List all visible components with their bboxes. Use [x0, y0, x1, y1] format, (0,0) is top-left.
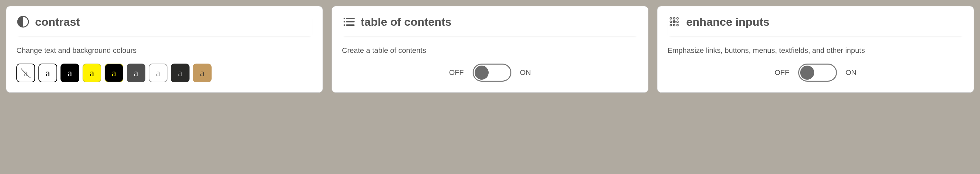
contrast-swatch-white-grey[interactable]: a — [149, 64, 167, 82]
contrast-swatches: aaaaaaaaa — [16, 64, 312, 82]
contrast-swatch-black-white[interactable]: a — [60, 64, 79, 82]
enhance-toggle-off-label: OFF — [775, 68, 789, 77]
svg-point-10 — [670, 21, 672, 23]
enhance-header: enhance inputs — [668, 15, 964, 36]
enhance-card: enhance inputs Emphasize links, buttons,… — [657, 6, 974, 93]
toc-toggle-off-label: OFF — [449, 68, 464, 77]
contrast-header: contrast — [16, 15, 312, 36]
contrast-swatch-tan-black[interactable]: a — [193, 64, 212, 82]
enhance-toggle-row: OFF ON — [668, 64, 964, 81]
contrast-swatch-dark-grey[interactable]: a — [171, 64, 189, 82]
contrast-swatch-none[interactable]: a — [16, 64, 35, 82]
svg-point-14 — [673, 24, 675, 26]
svg-point-15 — [677, 24, 679, 26]
contrast-swatch-grey-white[interactable]: a — [127, 64, 145, 82]
svg-point-8 — [673, 18, 675, 19]
contrast-swatch-black-yellow[interactable]: a — [105, 64, 123, 82]
svg-point-11 — [673, 21, 676, 24]
svg-point-13 — [670, 24, 672, 26]
contrast-swatch-yellow-black[interactable]: a — [83, 64, 101, 82]
dots-icon — [668, 15, 681, 29]
contrast-card: contrast Change text and background colo… — [6, 6, 323, 93]
svg-point-1 — [344, 18, 345, 19]
contrast-swatch-white-black[interactable]: a — [38, 64, 57, 82]
toc-card: table of contents Create a table of cont… — [332, 6, 648, 93]
svg-point-3 — [344, 24, 345, 26]
enhance-toggle-on-label: ON — [846, 68, 857, 77]
enhance-description: Emphasize links, buttons, menus, textfie… — [668, 46, 964, 56]
svg-point-12 — [677, 21, 679, 23]
enhance-toggle-knob — [800, 65, 814, 80]
list-icon — [342, 15, 355, 29]
contrast-description: Change text and background colours — [16, 46, 312, 56]
contrast-title: contrast — [35, 15, 80, 29]
svg-point-2 — [344, 21, 345, 22]
svg-point-7 — [670, 18, 672, 19]
contrast-icon — [16, 15, 30, 29]
toc-header: table of contents — [342, 15, 638, 36]
toc-description: Create a table of contents — [342, 46, 638, 56]
toc-toggle[interactable] — [473, 64, 511, 81]
enhance-title: enhance inputs — [686, 15, 769, 29]
toc-title: table of contents — [361, 15, 452, 29]
svg-point-9 — [677, 18, 679, 19]
toc-toggle-on-label: ON — [520, 68, 531, 77]
toc-toggle-knob — [475, 65, 488, 80]
toc-toggle-row: OFF ON — [342, 64, 638, 81]
enhance-toggle[interactable] — [798, 64, 837, 81]
